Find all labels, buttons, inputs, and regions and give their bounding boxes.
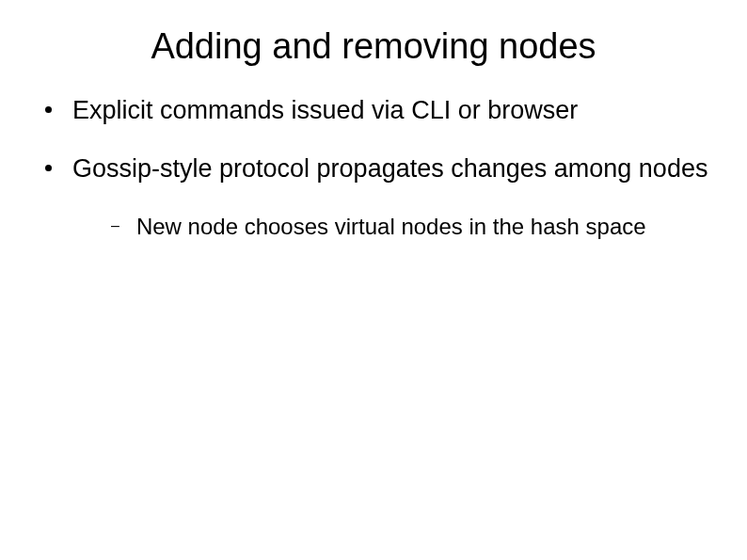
bullet-marker-icon (45, 106, 52, 113)
sub-bullet-item: – New node chooses virtual nodes in the … (111, 212, 709, 241)
bullet-text: Gossip-style protocol propagates changes… (72, 153, 707, 185)
dash-marker-icon: – (111, 217, 119, 234)
slide-content: Explicit commands issued via CLI or brow… (0, 95, 747, 241)
bullet-marker-icon (45, 165, 52, 171)
slide-title: Adding and removing nodes (0, 0, 747, 95)
bullet-item: Explicit commands issued via CLI or brow… (45, 95, 709, 127)
sub-bullet-text: New node chooses virtual nodes in the ha… (136, 212, 646, 241)
bullet-item: Gossip-style protocol propagates changes… (45, 153, 709, 185)
bullet-text: Explicit commands issued via CLI or brow… (72, 95, 578, 127)
